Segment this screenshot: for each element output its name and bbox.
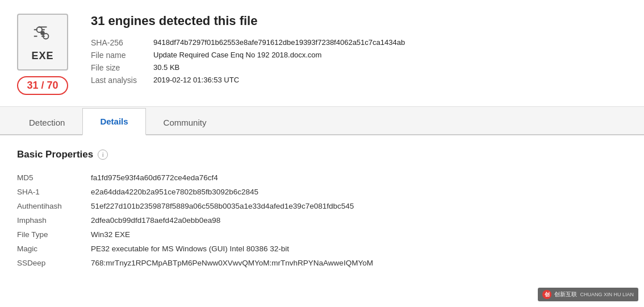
prop-value: 51ef227d101b2359878f5889a06c558b0035a1e3… — [91, 199, 627, 213]
table-row: Authentihash 51ef227d101b2359878f5889a06… — [17, 199, 627, 213]
table-row: Imphash 2dfea0cb99dfd178aefd42a0ebb0ea98 — [17, 213, 627, 227]
tab-detection[interactable]: Detection — [11, 109, 82, 135]
prop-key: Imphash — [17, 213, 91, 227]
filesize-row: File size 30.5 KB — [91, 61, 416, 74]
filesize-label: File size — [91, 61, 153, 74]
score-badge: 31 / 70 — [17, 76, 68, 95]
prop-value: e2a64dda4220b2a951ce7802b85fb3092b6c2845 — [91, 185, 627, 199]
file-icon: EXE — [17, 14, 68, 70]
prop-key: File Type — [17, 227, 91, 242]
filename-value: Update Required Case Enq No 192 2018.doc… — [153, 49, 416, 61]
table-row: File Type Win32 EXE — [17, 227, 627, 242]
table-row: SHA-1 e2a64dda4220b2a951ce7802b85fb3092b… — [17, 185, 627, 199]
tab-details[interactable]: Details — [82, 108, 145, 135]
sha256-value: 9418df74b7297f01b62553e8afe791612dbe1939… — [153, 36, 416, 49]
meta-table: SHA-256 9418df74b7297f01b62553e8afe79161… — [91, 36, 416, 86]
filename-row: File name Update Required Case Enq No 19… — [91, 49, 416, 61]
filename-label: File name — [91, 49, 153, 61]
header-section: EXE 31 / 70 31 engines detected this fil… — [0, 0, 644, 107]
table-row: SSDeep 768:mrTnyz1RPCMpABTpM6PeNww0XVwvQ… — [17, 256, 627, 270]
prop-value: Win32 EXE — [91, 227, 627, 242]
prop-key: SSDeep — [17, 256, 91, 270]
properties-table: MD5 fa1fd975e93f4a60d6772ce4eda76cf4 SHA… — [17, 171, 627, 270]
section-title-text: Basic Properties — [17, 149, 93, 160]
table-row: Magic PE32 executable for MS Windows (GU… — [17, 242, 627, 256]
tabs-bar: Detection Details Community — [0, 107, 644, 135]
svg-point-2 — [40, 31, 45, 35]
lastanalysis-label: Last analysis — [91, 74, 153, 86]
file-icon-wrapper: EXE 31 / 70 — [17, 14, 74, 95]
section-title: Basic Properties i — [17, 149, 627, 160]
sha256-label: SHA-256 — [91, 36, 153, 49]
prop-value: PE32 executable for MS Windows (GUI) Int… — [91, 242, 627, 256]
sha256-row: SHA-256 9418df74b7297f01b62553e8afe79161… — [91, 36, 416, 49]
prop-value: 768:mrTnyz1RPCMpABTpM6PeNww0XVwvQMYoM:mr… — [91, 256, 627, 270]
svg-rect-3 — [38, 27, 47, 28]
prop-key: MD5 — [17, 171, 91, 185]
prop-key: Magic — [17, 242, 91, 256]
prop-key: Authentihash — [17, 199, 91, 213]
file-meta: 31 engines detected this file SHA-256 94… — [91, 14, 627, 86]
content-section: Basic Properties i MD5 fa1fd975e93f4a60d… — [0, 135, 644, 284]
file-title: 31 engines detected this file — [91, 14, 627, 28]
table-row: MD5 fa1fd975e93f4a60d6772ce4eda76cf4 — [17, 171, 627, 185]
prop-value: 2dfea0cb99dfd178aefd42a0ebb0ea98 — [91, 213, 627, 227]
file-ext-label: EXE — [31, 50, 53, 62]
info-icon[interactable]: i — [98, 150, 108, 160]
prop-value: fa1fd975e93f4a60d6772ce4eda76cf4 — [91, 171, 627, 185]
lastanalysis-value: 2019-02-12 01:36:53 UTC — [153, 74, 416, 86]
filesize-value: 30.5 KB — [153, 61, 416, 74]
gear-icon — [32, 22, 53, 48]
tab-community[interactable]: Community — [146, 109, 224, 135]
prop-key: SHA-1 — [17, 185, 91, 199]
lastanalysis-row: Last analysis 2019-02-12 01:36:53 UTC — [91, 74, 416, 86]
